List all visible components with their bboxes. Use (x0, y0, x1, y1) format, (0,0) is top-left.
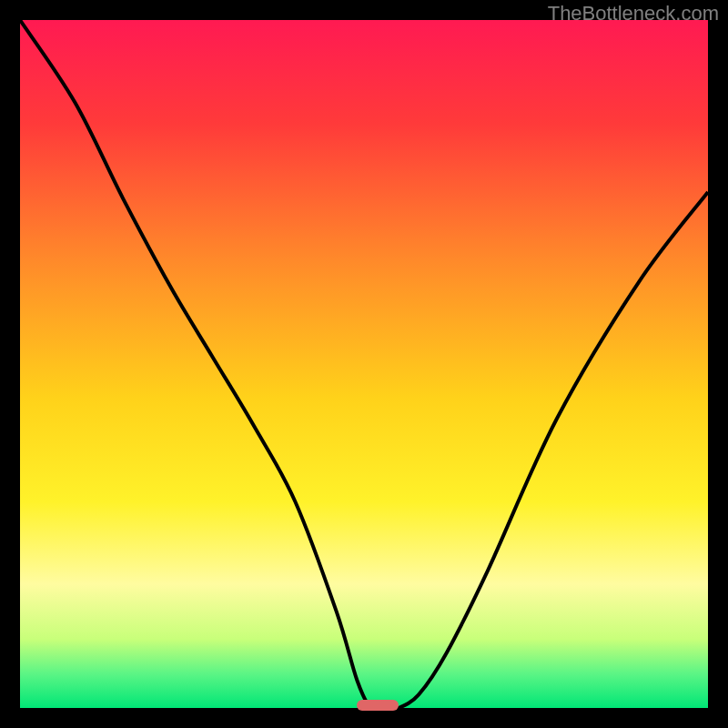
optimal-marker (357, 700, 398, 711)
bottleneck-curve (20, 20, 708, 708)
plot-area (20, 20, 708, 708)
watermark-text: TheBottleneck.com (548, 2, 719, 25)
chart-frame: TheBottleneck.com (0, 0, 728, 728)
